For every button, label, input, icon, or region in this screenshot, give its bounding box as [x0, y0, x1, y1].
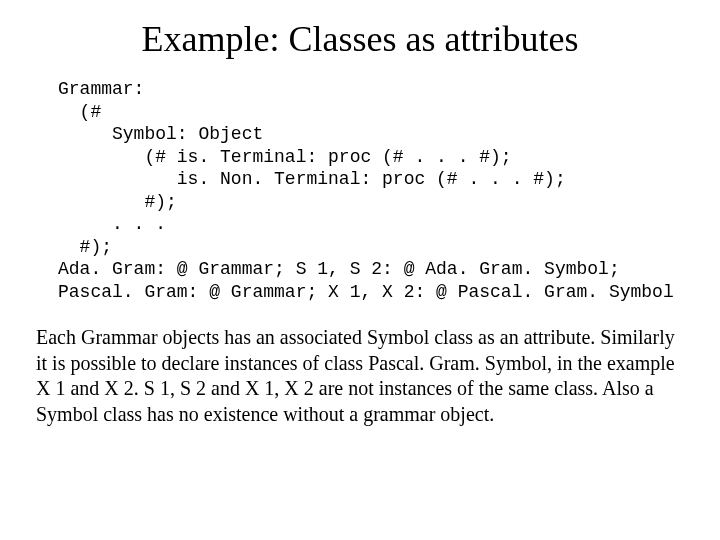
slide: Example: Classes as attributes Grammar: … — [0, 0, 720, 540]
body-text: Each Grammar objects has an associated S… — [36, 325, 680, 427]
page-title: Example: Classes as attributes — [40, 18, 680, 60]
code-block: Grammar: (# Symbol: Object (# is. Termin… — [58, 78, 680, 303]
